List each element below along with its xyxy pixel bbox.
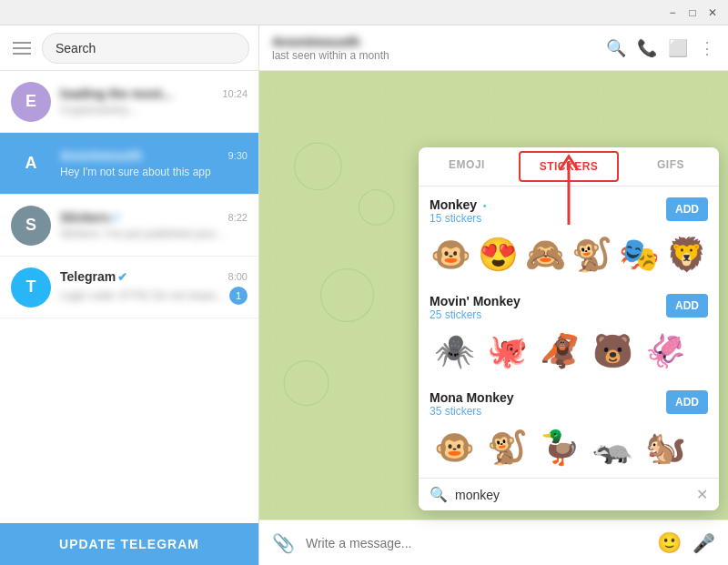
chat-preview: Cryptonsentry.... bbox=[60, 104, 139, 116]
tab-stickers[interactable]: STICKERS bbox=[519, 151, 619, 182]
sticker-cell[interactable]: 🙈 bbox=[523, 230, 567, 279]
sidebar-header bbox=[0, 25, 258, 71]
sticker-cell[interactable]: 🦑 bbox=[641, 327, 690, 376]
pack-header: Movin' Monkey 25 stickers ADD bbox=[430, 294, 708, 321]
sticker-cell[interactable]: 🦁 bbox=[664, 230, 708, 279]
chat-input-area: 📎 🙂 🎤 bbox=[259, 520, 728, 565]
message-input[interactable] bbox=[306, 536, 646, 550]
chat-time: 9:30 bbox=[228, 150, 248, 161]
titlebar: − □ ✕ bbox=[0, 0, 728, 25]
chat-recipient-name: Anonimousth bbox=[272, 34, 389, 49]
picker-tabs: EMOJI STICKERS GIFS bbox=[419, 147, 719, 187]
chat-name: loading the most... bbox=[60, 86, 173, 101]
chat-time: 8:00 bbox=[228, 271, 248, 282]
sticker-cell[interactable]: 🎭 bbox=[618, 230, 662, 279]
verified-icon: ✔ bbox=[117, 270, 127, 284]
sticker-cell[interactable]: 🐙 bbox=[482, 327, 531, 376]
sticker-cell[interactable]: 🦡 bbox=[588, 423, 637, 472]
chat-header-info: Anonimousth last seen within a month bbox=[272, 34, 389, 62]
picker-content: Monkey • 15 stickers ADD 🐵😍🙈🐒🎭🦁 Movin' M… bbox=[419, 187, 719, 478]
call-icon[interactable]: 📞 bbox=[637, 38, 657, 58]
voice-icon[interactable]: 🎤 bbox=[693, 532, 715, 554]
chat-time: 8:22 bbox=[228, 212, 248, 223]
sticker-cell[interactable]: 🐵 bbox=[430, 423, 479, 472]
sticker-cell[interactable]: 🦧 bbox=[535, 327, 584, 376]
more-icon[interactable]: ⋮ bbox=[699, 38, 715, 58]
chat-info: loading the most... 10:24 Cryptonsentry.… bbox=[60, 86, 248, 116]
pack-count: 15 stickers bbox=[430, 212, 486, 225]
pack-count: 25 stickers bbox=[430, 308, 521, 321]
pack-title: Movin' Monkey bbox=[430, 294, 521, 308]
sticker-cell[interactable]: 🐒 bbox=[571, 230, 614, 279]
chat-area: Anonimousth last seen within a month 🔍 📞… bbox=[259, 25, 728, 565]
sticker-pack: Monkey • 15 stickers ADD 🐵😍🙈🐒🎭🦁 bbox=[430, 197, 708, 279]
sticker-cell[interactable]: 🐿️ bbox=[641, 423, 690, 472]
add-pack-button[interactable]: ADD bbox=[666, 294, 708, 318]
pack-dot: • bbox=[480, 201, 486, 211]
sticker-cell[interactable]: 🐵 bbox=[430, 230, 473, 279]
chat-info: Stickers✔ 8:22 Stickers: I've just publi… bbox=[60, 210, 248, 240]
picker-search-bar: 🔍 ✕ bbox=[419, 478, 719, 510]
chat-avatar: S bbox=[11, 206, 51, 246]
sticker-cell[interactable]: 🐒 bbox=[482, 423, 531, 472]
search-input[interactable] bbox=[42, 33, 249, 64]
sticker-cell[interactable]: 😍 bbox=[477, 230, 521, 279]
chat-recipient-status: last seen within a month bbox=[272, 49, 389, 62]
sidebar: E loading the most... 10:24 Cryptonsentr… bbox=[0, 25, 259, 565]
tab-emoji[interactable]: EMOJI bbox=[419, 147, 515, 186]
chat-avatar: T bbox=[11, 267, 51, 308]
chat-list-item[interactable]: E loading the most... 10:24 Cryptonsentr… bbox=[0, 71, 258, 133]
sticker-row: 🕷️🐙🦧🐻🦑 bbox=[430, 327, 708, 376]
tab-gifs[interactable]: GIFS bbox=[622, 147, 719, 186]
verified-icon: ✔ bbox=[111, 211, 121, 225]
layout-icon[interactable]: ⬜ bbox=[668, 38, 688, 58]
unread-badge: 1 bbox=[229, 287, 248, 305]
minimize-button[interactable]: − bbox=[664, 5, 681, 21]
sticker-row: 🐵🐒🦆🦡🐿️ bbox=[430, 423, 708, 472]
search-chat-icon[interactable]: 🔍 bbox=[606, 38, 626, 58]
chat-list: E loading the most... 10:24 Cryptonsentr… bbox=[0, 71, 258, 523]
sticker-pack: Mona Monkey 35 stickers ADD 🐵🐒🦆🦡🐿️ bbox=[430, 390, 708, 472]
close-button[interactable]: ✕ bbox=[704, 5, 721, 21]
picker-search-clear-icon[interactable]: ✕ bbox=[696, 486, 708, 503]
chat-info: Telegram✔ 8:00 Login code: 07701 Do not … bbox=[60, 269, 248, 305]
attach-icon[interactable]: 📎 bbox=[272, 532, 295, 554]
chat-name: Stickers✔ bbox=[60, 210, 121, 225]
add-pack-button[interactable]: ADD bbox=[666, 197, 708, 221]
chat-time: 10:24 bbox=[222, 88, 248, 99]
add-pack-button[interactable]: ADD bbox=[666, 390, 708, 414]
picker-search-icon: 🔍 bbox=[430, 486, 448, 503]
chat-header-actions: 🔍 📞 ⬜ ⋮ bbox=[606, 38, 715, 58]
chat-preview: Login code: 07701 Do not share... bbox=[60, 289, 225, 302]
chat-list-item[interactable]: T Telegram✔ 8:00 Login code: 07701 Do no… bbox=[0, 257, 258, 318]
sticker-cell[interactable]: 🐻 bbox=[588, 327, 637, 376]
sticker-cell[interactable]: 🕷️ bbox=[430, 327, 479, 376]
chat-name: Anonimousth bbox=[60, 148, 142, 163]
chat-preview: Hey I'm not sure about this app bbox=[60, 166, 211, 178]
chat-header: Anonimousth last seen within a month 🔍 📞… bbox=[259, 25, 728, 71]
sticker-search-input[interactable] bbox=[455, 488, 696, 502]
pack-title: Monkey • bbox=[430, 197, 486, 212]
pack-header: Mona Monkey 35 stickers ADD bbox=[430, 390, 708, 418]
sticker-picker: EMOJI STICKERS GIFS Monkey • 15 stickers… bbox=[419, 147, 719, 510]
chat-avatar: A bbox=[11, 144, 51, 184]
update-banner-label: UPDATE TELEGRAM bbox=[59, 537, 199, 551]
sticker-cell[interactable]: 🦆 bbox=[535, 423, 584, 472]
sticker-row: 🐵😍🙈🐒🎭🦁 bbox=[430, 230, 708, 279]
chat-name: Telegram✔ bbox=[60, 269, 127, 284]
emoji-picker-icon[interactable]: 🙂 bbox=[657, 531, 682, 555]
chat-list-item[interactable]: S Stickers✔ 8:22 Stickers: I've just pub… bbox=[0, 195, 258, 257]
chat-info: Anonimousth 9:30 Hey I'm not sure about … bbox=[60, 148, 248, 178]
update-telegram-banner[interactable]: UPDATE TELEGRAM bbox=[0, 523, 258, 565]
pack-title: Mona Monkey bbox=[430, 390, 514, 405]
maximize-button[interactable]: □ bbox=[684, 5, 701, 21]
main-layout: E loading the most... 10:24 Cryptonsentr… bbox=[0, 25, 728, 565]
menu-icon[interactable] bbox=[9, 35, 35, 61]
sticker-pack: Movin' Monkey 25 stickers ADD 🕷️🐙🦧🐻🦑 bbox=[430, 294, 708, 376]
chat-preview: Stickers: I've just published your... bbox=[60, 227, 224, 240]
chat-list-item[interactable]: A Anonimousth 9:30 Hey I'm not sure abou… bbox=[0, 133, 258, 195]
pack-count: 35 stickers bbox=[430, 405, 514, 418]
pack-header: Monkey • 15 stickers ADD bbox=[430, 197, 708, 225]
chat-avatar: E bbox=[11, 82, 51, 122]
